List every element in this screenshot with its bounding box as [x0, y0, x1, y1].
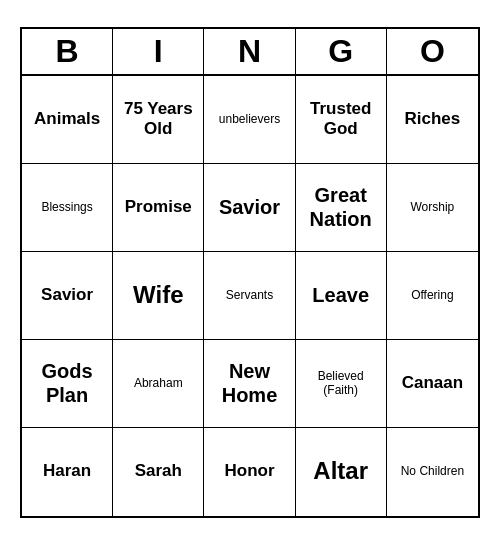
bingo-cell: Savior	[204, 164, 295, 252]
bingo-cell: 75 Years Old	[113, 76, 204, 164]
bingo-cell: Savior	[22, 252, 113, 340]
bingo-cell: New Home	[204, 340, 295, 428]
cell-text: Worship	[410, 200, 454, 214]
bingo-cell: Worship	[387, 164, 478, 252]
bingo-cell: Great Nation	[296, 164, 387, 252]
cell-text: Sarah	[135, 461, 182, 481]
bingo-cell: Animals	[22, 76, 113, 164]
bingo-cell: No Children	[387, 428, 478, 516]
cell-text: Wife	[133, 281, 183, 310]
cell-text: unbelievers	[219, 112, 280, 126]
header-letter: I	[113, 29, 204, 74]
bingo-cell: Canaan	[387, 340, 478, 428]
cell-text: Gods Plan	[26, 359, 108, 407]
cell-text: Canaan	[402, 373, 463, 393]
cell-text: Honor	[224, 461, 274, 481]
cell-text: 75 Years Old	[117, 99, 199, 140]
header-letter: G	[296, 29, 387, 74]
bingo-cell: Altar	[296, 428, 387, 516]
bingo-cell: Haran	[22, 428, 113, 516]
cell-text: Great Nation	[300, 183, 382, 231]
bingo-cell: Servants	[204, 252, 295, 340]
cell-text: Abraham	[134, 376, 183, 390]
cell-text: Savior	[219, 195, 280, 219]
bingo-cell: Sarah	[113, 428, 204, 516]
bingo-cell: Riches	[387, 76, 478, 164]
bingo-cell: Wife	[113, 252, 204, 340]
header-letter: N	[204, 29, 295, 74]
cell-text: Servants	[226, 288, 273, 302]
bingo-cell: Abraham	[113, 340, 204, 428]
cell-text: New Home	[208, 359, 290, 407]
bingo-cell: Offering	[387, 252, 478, 340]
bingo-header: BINGO	[22, 29, 478, 76]
bingo-cell: Honor	[204, 428, 295, 516]
bingo-cell: Blessings	[22, 164, 113, 252]
cell-text: Riches	[405, 109, 461, 129]
cell-text: Leave	[312, 283, 369, 307]
cell-text: Promise	[125, 197, 192, 217]
bingo-cell: Gods Plan	[22, 340, 113, 428]
cell-text: Blessings	[41, 200, 92, 214]
cell-text: No Children	[401, 464, 464, 478]
header-letter: O	[387, 29, 478, 74]
bingo-cell: Promise	[113, 164, 204, 252]
cell-text: Altar	[313, 457, 368, 486]
cell-text: Animals	[34, 109, 100, 129]
bingo-cell: Believed (Faith)	[296, 340, 387, 428]
bingo-cell: Trusted God	[296, 76, 387, 164]
bingo-grid: Animals75 Years OldunbelieversTrusted Go…	[22, 76, 478, 516]
cell-text: Trusted God	[300, 99, 382, 140]
bingo-cell: unbelievers	[204, 76, 295, 164]
bingo-cell: Leave	[296, 252, 387, 340]
cell-text: Offering	[411, 288, 453, 302]
bingo-card: BINGO Animals75 Years OldunbelieversTrus…	[20, 27, 480, 518]
header-letter: B	[22, 29, 113, 74]
cell-text: Savior	[41, 285, 93, 305]
cell-text: Haran	[43, 461, 91, 481]
cell-text: Believed (Faith)	[300, 369, 382, 398]
